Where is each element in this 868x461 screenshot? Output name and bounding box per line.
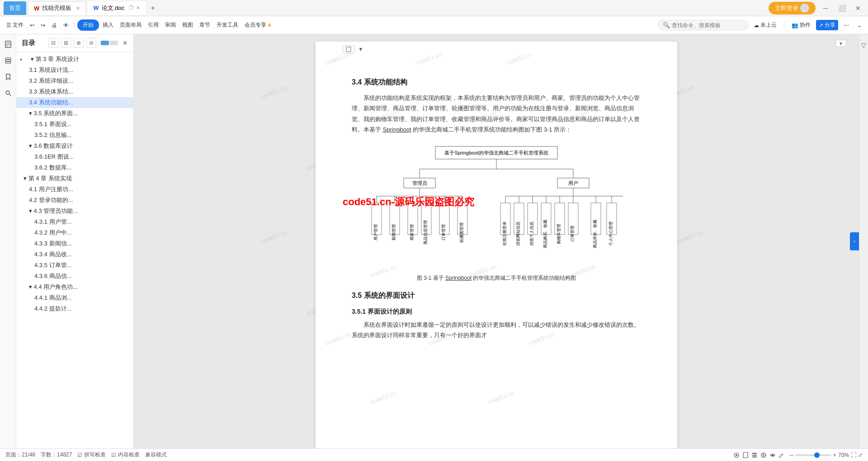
tab-doc[interactable]: W 论文.doc ❐ ✕ [88,1,146,15]
sidebar-icon-add[interactable]: ⊕ [74,38,84,48]
toolbar-redo[interactable]: ↪ [38,21,48,30]
minimize-button[interactable]: ─ [819,2,832,14]
toc-item-4-4-1[interactable]: 4.4.1 商品浏... [16,292,133,303]
restore-button[interactable]: ⬜ [835,2,848,14]
toc-item-3-6[interactable]: ▾ 3.6 数据库设计 [16,141,133,151]
toolbar-view[interactable]: 视图 [179,20,196,30]
view-read[interactable] [733,452,740,458]
toolbar-insert[interactable]: 插入 [100,20,116,30]
sidebar-toggle-inactive[interactable] [110,41,118,45]
zoom-slider[interactable] [795,454,831,456]
toc-item-4-4[interactable]: ▾ 4.4 用户角色功... [16,282,133,292]
sidebar-close[interactable]: ✕ [123,39,128,47]
toc-item-3-4[interactable]: 3.4 系统功能结... [16,97,133,108]
toc-item-4-3[interactable]: ▾ 4.3 管理员功能... [16,206,133,216]
zoom-level[interactable]: 70% [838,452,849,458]
scroll-hint-top: ▼ [835,40,846,47]
status-content-icon: ☑ [111,452,116,458]
status-page[interactable]: 页面：21/48 [5,451,35,459]
expand-btn[interactable]: ⤢ [858,452,863,458]
status-wordcount[interactable]: 字数：14827 [41,451,72,459]
svg-point-7 [6,91,9,94]
sidebar-icon-remove[interactable]: ⊖ [86,38,96,48]
zoom-plus-btn[interactable]: + [833,452,836,458]
toc-item-4-3-3[interactable]: 4.3.3 新闻信... [16,238,133,249]
view-web[interactable] [760,452,767,458]
tab-restore-icon[interactable]: ❐ [129,5,133,11]
toolbar-member[interactable]: 会员专享 ♛ [242,20,274,30]
toc-item-4-3-2[interactable]: 4.3.2 用户中... [16,227,133,238]
svg-rect-69 [752,453,757,454]
view-edit[interactable] [778,452,785,458]
toolbar-chapter[interactable]: 章节 [197,20,213,30]
svg-text:用户管理: 用户管理 [373,224,378,240]
toolbar-more[interactable]: ⋯ [841,21,852,30]
toc-item-3-2[interactable]: 3.2 系统详细设... [16,75,133,86]
toolbar-print[interactable]: 🖨 [49,21,60,30]
filter-icon[interactable]: ▽ [861,42,866,49]
toc-item-ch3[interactable]: ▾ ▾ 第 3 章 系统设计 [16,54,133,65]
section-3-4-para: 系统的功能结构是系统实现的框架，本系统的主要结构为管理员和用户、商家。管理员的功… [352,93,641,135]
toolbar-expand[interactable]: ⌄ [854,21,864,30]
add-tab-button[interactable]: + [147,3,158,14]
nav-icon-doc[interactable] [2,38,14,51]
toc-item-4-4-2[interactable]: 4.4.2 提款计... [16,303,133,314]
toolbar-collab[interactable]: 👥 协作 [789,20,813,30]
toc-item-4-1[interactable]: 4.1 用户注册功... [16,184,133,195]
toolbar-start[interactable]: 开始 [77,19,99,31]
close-button[interactable]: ✕ [852,2,864,14]
sidebar-toggle-active[interactable] [101,41,109,45]
toolbar-cloud[interactable]: ☁ 未上云 [751,20,779,30]
view-doc[interactable] [742,452,749,458]
page-toolbar-top: ▼ [343,45,363,53]
toc-item-3-6-1[interactable]: 3.6.1ER 图设... [16,151,133,162]
search-box[interactable]: 🔍 [658,20,748,30]
status-compat[interactable]: 兼容模式 [145,451,167,459]
toolbar-share[interactable]: ↗ 分享 [816,20,838,30]
svg-rect-6 [5,62,11,63]
toc-label-3-6-1: 3.6.1ER 图设... [34,153,74,161]
toc-label-4-2: 4.2 登录功能的... [29,196,73,204]
toc-item-4-2[interactable]: 4.2 登录功能的... [16,195,133,206]
toc-item-3-3[interactable]: 3.3 系统体系结... [16,86,133,97]
statusbar-right: ─ + 70% ⛶ ⤢ [733,452,863,458]
toc-item-4-3-4[interactable]: 4.3.4 商品收... [16,249,133,260]
toolbar-undo[interactable]: ↩ [27,21,37,30]
toc-item-3-5-2[interactable]: 3.5.2 信息输... [16,130,133,141]
sidebar-icon-collapse[interactable]: ⊞ [61,38,71,48]
tab-wps[interactable]: W 找稳壳模板 ✕ [28,1,86,15]
toolbar-reference[interactable]: 引用 [145,20,161,30]
toc-item-3-5-1[interactable]: 3.5.1 界面设... [16,119,133,130]
fullscreen-btn[interactable]: ⛶ [851,452,856,458]
toolbar-dev[interactable]: 开发工具 [214,20,241,30]
bg-watermark-8: code51.cn [260,229,288,245]
toolbar-review[interactable]: 审阅 [162,20,179,30]
search-input[interactable] [672,22,740,28]
toc-item-4-3-1[interactable]: 4.3.1 用户管... [16,216,133,227]
status-spell[interactable]: ☑ 拼写检查 [77,451,106,459]
toc-item-4-3-5[interactable]: 4.3.5 订单管... [16,260,133,271]
svg-point-74 [772,454,774,456]
nav-icon-search[interactable] [2,87,14,99]
nav-icon-layers[interactable] [2,54,14,67]
nav-icon-bookmark[interactable] [2,71,14,83]
toolbar-layout[interactable]: 页面布局 [117,20,144,30]
view-list[interactable] [751,452,758,458]
zoom-minus-btn[interactable]: ─ [789,452,793,458]
float-expand-button[interactable]: › [850,232,859,250]
page-layout-icon[interactable] [343,45,354,53]
toc-item-3-1[interactable]: 3.1 系统设计流... [16,65,133,75]
toc-item-ch4[interactable]: ▾ 第 4 章 系统实现 [16,173,133,184]
status-content[interactable]: ☑ 内容检查 [111,451,140,459]
toc-item-3-5[interactable]: ▾ 3.5 系统的界面... [16,108,133,119]
wps-tab-close[interactable]: ✕ [76,5,80,11]
toc-item-4-3-6[interactable]: 4.3.6 商品信... [16,271,133,282]
view-eye[interactable] [769,452,776,458]
login-button[interactable]: 立即登录 [769,2,816,14]
tab-home[interactable]: 首页 [4,1,26,15]
toc-item-3-6-2[interactable]: 3.6.2 数据库... [16,162,133,173]
doc-tab-close[interactable]: ✕ [136,5,140,11]
toolbar-file[interactable]: ☰ 文件 [4,20,26,30]
sidebar-icon-expand[interactable]: ⊟ [48,38,58,48]
toolbar-preview[interactable]: 👁 [61,21,71,30]
